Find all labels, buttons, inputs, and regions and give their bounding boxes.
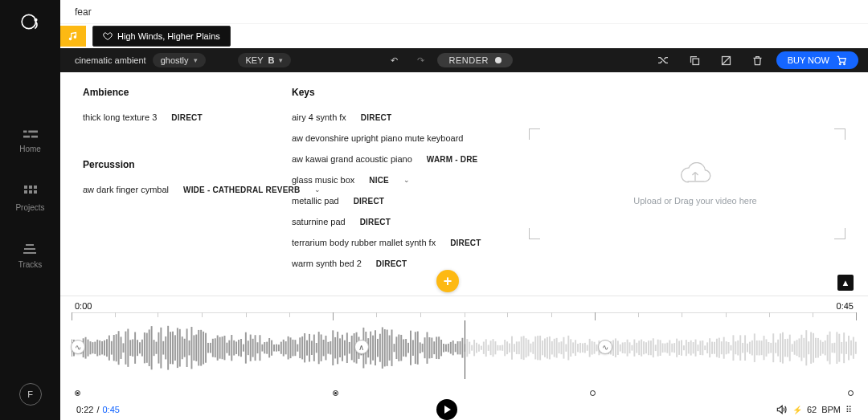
heart-icon [103, 31, 113, 41]
bpm-label: BPM [821, 405, 841, 414]
cart-icon [836, 55, 847, 66]
bpm-dropdown-icon[interactable]: ⠿ [845, 405, 852, 415]
tab-label: High Winds, Higher Plains [117, 31, 220, 41]
nav-tracks[interactable]: Tracks [18, 244, 43, 269]
redo-icon[interactable]: ↷ [411, 55, 431, 66]
key-select[interactable]: KEY B ▾ [238, 53, 292, 67]
scroll-top-button[interactable]: ▲ [837, 275, 854, 291]
svg-rect-15 [693, 59, 699, 65]
undo-icon[interactable]: ↶ [384, 55, 404, 66]
section-dot[interactable] [590, 390, 596, 396]
left-rail: Home Projects Tracks F [0, 0, 60, 420]
section-dot[interactable] [333, 390, 338, 396]
svg-rect-13 [24, 248, 35, 250]
instrument-row[interactable]: saturnine pad DIRECT [292, 217, 514, 226]
tab-bar: High Winds, Higher Plains [60, 24, 868, 48]
user-avatar[interactable]: F [19, 383, 42, 406]
nav-projects-label: Projects [15, 203, 44, 212]
section-dot[interactable] [848, 390, 854, 396]
svg-rect-5 [31, 136, 37, 138]
chevron-down-icon: ▾ [279, 56, 283, 64]
playhead[interactable] [465, 320, 465, 379]
trash-icon[interactable] [745, 55, 770, 67]
svg-point-17 [839, 63, 841, 65]
time-readout: 0:22/0:45 [76, 405, 120, 414]
section-marker[interactable]: ∿ [71, 340, 85, 354]
ruler[interactable] [72, 312, 857, 320]
note-icon[interactable] [714, 55, 739, 67]
time-start: 0:00 [75, 301, 92, 311]
video-upload-panel[interactable]: Upload or Drag your video here ▲ [522, 72, 868, 296]
svg-rect-8 [34, 186, 37, 189]
play-button[interactable] [436, 399, 457, 420]
instrument-row[interactable]: aw devonshire upright piano mute keyboar… [292, 133, 514, 143]
volume-icon[interactable] [775, 404, 788, 415]
tab-saved-track[interactable]: High Winds, Higher Plains [92, 26, 231, 47]
svg-point-0 [22, 14, 35, 28]
instrument-row[interactable]: airy 4 synth fx DIRECT [292, 112, 514, 122]
nav-home[interactable]: Home [19, 128, 41, 153]
tab-music[interactable] [60, 26, 86, 47]
svg-rect-4 [23, 136, 30, 138]
svg-rect-7 [29, 186, 32, 189]
svg-rect-12 [26, 244, 34, 246]
section-dot[interactable] [75, 390, 80, 396]
chevron-down-icon[interactable]: ⌄ [403, 176, 410, 184]
instrument-row[interactable]: glass music box NICE ⌄ [292, 175, 514, 185]
svg-rect-6 [24, 186, 27, 189]
instruments-panel: Ambience thick long texture 3 DIRECT Per… [60, 72, 522, 296]
svg-rect-2 [23, 131, 27, 133]
upload-hint: Upload or Drag your video here [633, 196, 756, 206]
bpm-value[interactable]: 62 [807, 405, 817, 414]
search-input[interactable]: fear [60, 0, 868, 24]
percussion-header: Percussion [83, 159, 284, 170]
svg-point-18 [844, 63, 845, 65]
instrument-row[interactable]: warm synth bed 2 DIRECT [292, 259, 514, 268]
svg-rect-9 [24, 190, 27, 194]
svg-rect-14 [23, 252, 36, 254]
svg-rect-10 [29, 190, 32, 194]
instrument-row[interactable]: terrarium body rubber mallet synth fx DI… [292, 238, 514, 247]
ambience-header: Ambience [83, 87, 284, 98]
copy-icon[interactable] [682, 55, 707, 67]
logo[interactable] [20, 11, 41, 32]
instrument-row[interactable]: metallic pad DIRECT [292, 196, 514, 206]
instrument-row[interactable]: aw kawai grand acoustic piano WARM - DRE [292, 154, 514, 164]
section-marker[interactable]: ∿ [598, 340, 612, 354]
instrument-row[interactable]: aw dark finger cymbal WIDE - CATHEDRAL R… [83, 185, 284, 194]
svg-rect-11 [34, 190, 37, 194]
instrument-row[interactable]: thick long texture 3 DIRECT [83, 112, 284, 122]
timeline: 0:00 0:45 [60, 296, 868, 420]
toolbar: cinematic ambient ghostly ▾ KEY B ▾ ↶ ↷ … [60, 48, 868, 72]
style-label[interactable]: cinematic ambient [70, 55, 146, 65]
shuffle-icon[interactable] [650, 54, 676, 67]
svg-rect-3 [28, 131, 38, 133]
nav-projects[interactable]: Projects [15, 186, 44, 212]
chevron-down-icon: ▾ [194, 56, 198, 64]
nav-home-label: Home [19, 145, 41, 153]
add-instrument-button[interactable]: + [436, 270, 459, 292]
waveform[interactable]: ∿ ∧ ∿ [72, 320, 857, 389]
cloud-upload-icon [678, 162, 713, 188]
svg-point-1 [35, 19, 37, 22]
nav-tracks-label: Tracks [18, 260, 43, 269]
keys-header: Keys [292, 87, 514, 98]
mood-select[interactable]: ghostly ▾ [153, 53, 206, 67]
render-button[interactable]: RENDER [437, 53, 512, 67]
section-marker[interactable]: ∧ [354, 340, 369, 354]
time-end: 0:45 [837, 301, 854, 311]
buy-button[interactable]: BUY NOW [776, 51, 858, 69]
